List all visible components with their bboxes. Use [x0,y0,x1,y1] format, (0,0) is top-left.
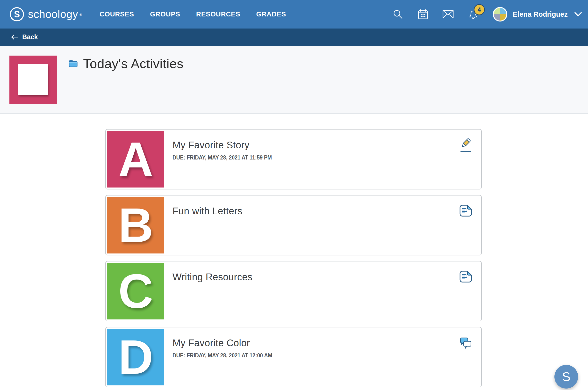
discussion-icon [459,336,473,351]
back-label: Back [22,33,38,41]
schoology-logo[interactable]: S schoology ® [9,6,82,22]
activity-due-date: DUE: FRIDAY, MAY 28, 2021 AT 12:00 AM [173,352,272,359]
back-arrow-icon [11,34,19,40]
activity-due-date: DUE: FRIDAY, MAY 28, 2021 AT 11:59 PM [173,154,272,161]
activity-letter-tile: B [107,197,164,253]
registered-mark: ® [80,13,82,17]
bell-icon[interactable]: 4 [467,8,479,20]
activity-letter: B [118,201,153,249]
primary-nav: COURSES GROUPS RESOURCES GRADES [99,10,286,18]
activity-title[interactable]: My Favorite Color [173,338,277,348]
document-icon [459,204,473,219]
main-content: A My Favorite Story DUE: FRIDAY, MAY 28,… [0,114,588,387]
calendar-icon[interactable] [417,8,429,20]
chevron-down-icon [575,12,582,17]
activity-letter-tile: A [107,131,164,188]
activity-letter: A [118,135,153,183]
svg-text:S: S [14,9,20,19]
activity-list: A My Favorite Story DUE: FRIDAY, MAY 28,… [105,129,482,387]
activity-letter: C [118,267,153,315]
document-icon [459,270,473,285]
support-chat-button[interactable]: S [554,365,578,389]
mail-icon[interactable] [442,8,454,20]
top-navigation-bar: S schoology ® COURSES GROUPS RESOURCES G… [0,0,588,29]
nav-item-resources[interactable]: RESOURCES [196,10,240,18]
nav-item-grades[interactable]: GRADES [256,10,286,18]
folder-thumbnail [9,55,57,104]
brand-wordmark: schoology [28,8,78,21]
nav-item-groups[interactable]: GROUPS [150,10,180,18]
activity-title[interactable]: Writing Resources [173,272,252,283]
avatar [493,7,507,22]
nav-right-cluster: 4 Elena Rodriguez [392,7,582,22]
page-title: Today's Activities [83,56,183,71]
search-icon[interactable] [392,8,404,20]
support-chat-label: S [562,369,571,384]
activity-card[interactable]: A My Favorite Story DUE: FRIDAY, MAY 28,… [105,129,482,190]
pencil-icon[interactable] [459,138,473,153]
activity-title[interactable]: My Favorite Story [173,140,277,150]
schoology-s-icon: S [9,6,25,22]
nav-item-courses[interactable]: COURSES [99,10,134,18]
folder-icon [69,60,78,67]
activity-letter-tile: D [107,329,164,386]
activity-letter-tile: C [107,263,164,319]
page-header: Today's Activities [0,46,588,114]
activity-title[interactable]: Fun with Letters [173,206,242,216]
activity-card[interactable]: B Fun with Letters [105,195,482,255]
user-menu[interactable]: Elena Rodriguez [493,7,582,22]
notification-badge: 4 [474,4,485,15]
user-name: Elena Rodriguez [513,10,568,18]
activity-letter: D [118,333,153,381]
activity-card[interactable]: D My Favorite Color DUE: FRIDAY, MAY 28,… [105,327,482,387]
activity-card[interactable]: C Writing Resources [105,261,482,321]
back-button[interactable]: Back [0,29,588,46]
folder-thumbnail-paper [18,64,48,95]
